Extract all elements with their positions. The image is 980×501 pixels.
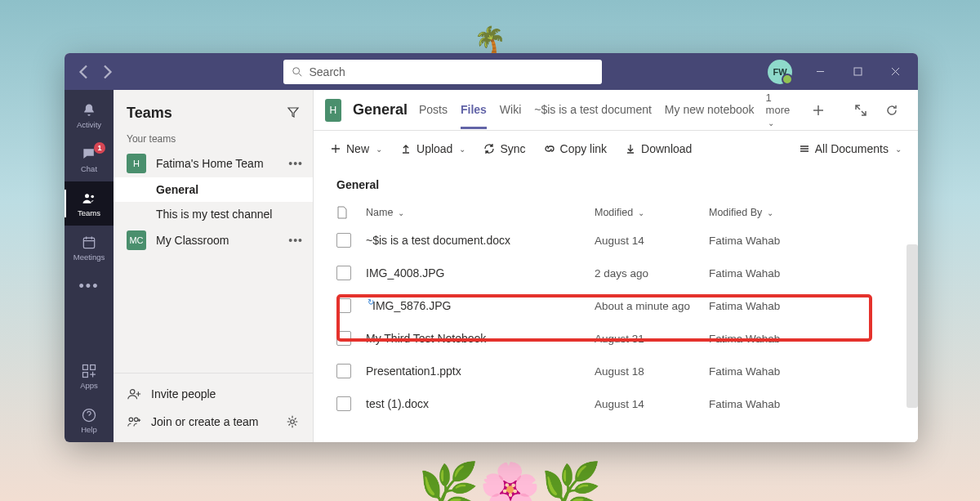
team-row-fatima-home[interactable]: H Fatima's Home Team •••: [114, 150, 313, 177]
svg-point-2: [85, 194, 89, 198]
file-modified: August 14: [595, 235, 709, 247]
file-row[interactable]: IMG_4008.JPG2 days agoFatima Wahab: [314, 257, 918, 289]
tab-wiki[interactable]: Wiki: [500, 103, 521, 118]
file-modified: August 31: [595, 333, 709, 345]
breadcrumb[interactable]: General: [314, 178, 918, 201]
svg-point-11: [134, 418, 138, 422]
column-modified-by[interactable]: Modified By ⌄: [709, 206, 918, 219]
window-minimize-button[interactable]: [804, 60, 836, 84]
nav-forward-button[interactable]: [97, 62, 117, 82]
window-maximize-button[interactable]: [841, 60, 874, 84]
file-row[interactable]: My Third Test NotebookAugust 31Fatima Wa…: [314, 322, 918, 355]
file-name: IMG_4008.JPG: [366, 266, 595, 280]
file-modified: August 18: [595, 365, 709, 378]
svg-rect-6: [91, 365, 96, 369]
svg-rect-7: [83, 372, 88, 377]
rail-help[interactable]: Help: [65, 398, 114, 442]
rail-label: Meetings: [74, 253, 105, 262]
gear-icon[interactable]: [285, 414, 300, 429]
teams-icon: [81, 190, 97, 207]
invite-icon: [127, 387, 141, 401]
scrollbar[interactable]: [906, 244, 918, 408]
file-modified: 2 days ago: [595, 267, 709, 280]
file-row[interactable]: ~$is is a test document.docxAugust 14Fat…: [314, 224, 918, 257]
expand-icon[interactable]: [851, 101, 871, 120]
join-create-team-button[interactable]: Join or create a team: [114, 408, 313, 436]
filter-icon[interactable]: [287, 105, 300, 122]
new-button[interactable]: New⌄: [330, 142, 382, 155]
tab-notebook[interactable]: My new notebook: [665, 103, 755, 118]
file-type-icon: [336, 233, 351, 248]
sync-button[interactable]: Sync: [483, 142, 525, 155]
rail-meetings[interactable]: Meetings: [65, 226, 114, 270]
rail-label: Apps: [80, 381, 98, 390]
svg-point-9: [131, 390, 135, 394]
background-palm: 🌴: [474, 25, 506, 56]
channel-header: H General Posts Files Wiki ~$is is a tes…: [314, 90, 918, 131]
file-modified: About a minute ago: [595, 300, 709, 312]
rail-more[interactable]: •••: [79, 270, 100, 303]
channel-general[interactable]: General: [114, 177, 313, 202]
rail-activity[interactable]: Activity: [65, 93, 114, 137]
background-foliage: 🌿🌸🌿: [418, 459, 602, 501]
team-more-icon[interactable]: •••: [288, 234, 303, 247]
column-name[interactable]: Name ⌄: [366, 206, 595, 219]
rail-teams[interactable]: Teams: [65, 181, 114, 226]
tabs-more[interactable]: 1 more ⌄: [766, 92, 797, 128]
view-selector[interactable]: All Documents⌄: [799, 142, 902, 155]
file-modified-by: Fatima Wahab: [709, 300, 918, 312]
file-type-icon: [336, 396, 351, 411]
search-input[interactable]: Search: [283, 60, 602, 84]
add-tab-button[interactable]: [808, 101, 828, 120]
file-name: My Third Test Notebook: [366, 332, 595, 345]
teams-panel: Teams Your teams H Fatima's Home Team ••…: [114, 90, 314, 442]
user-avatar[interactable]: FW: [768, 60, 792, 84]
file-modified: August 14: [595, 398, 709, 410]
nav-back-button[interactable]: [74, 62, 94, 82]
file-modified-by: Fatima Wahab: [709, 333, 918, 345]
svg-point-3: [91, 195, 94, 198]
search-placeholder: Search: [310, 65, 345, 78]
invite-people-button[interactable]: Invite people: [114, 380, 313, 408]
rail-chat[interactable]: 1 Chat: [65, 137, 114, 181]
tab-files[interactable]: Files: [461, 103, 487, 129]
channel-title: General: [353, 101, 408, 119]
titlebar: Search FW: [65, 53, 918, 90]
teams-window: Search FW Activity 1 Chat Teams: [65, 53, 918, 442]
copy-link-button[interactable]: Copy link: [544, 142, 608, 155]
bell-icon: [81, 102, 97, 119]
app-rail: Activity 1 Chat Teams Meetings ••• Apps: [65, 90, 114, 442]
rail-label: Help: [81, 425, 97, 434]
invite-label: Invite people: [151, 387, 216, 400]
tab-test-doc[interactable]: ~$is is a test document: [534, 103, 652, 118]
download-button[interactable]: Download: [625, 142, 692, 155]
team-avatar: H: [127, 154, 146, 173]
team-name: Fatima's Home Team: [156, 157, 264, 170]
team-row-my-classroom[interactable]: MC My Classroom •••: [114, 226, 313, 254]
upload-button[interactable]: Upload⌄: [400, 142, 466, 155]
refresh-icon[interactable]: [882, 101, 902, 120]
join-label: Join or create a team: [151, 415, 259, 428]
file-row[interactable]: Presentation1.pptxAugust 18Fatima Wahab: [314, 355, 918, 387]
help-icon: [81, 407, 97, 423]
rail-apps[interactable]: Apps: [65, 354, 114, 398]
tab-posts[interactable]: Posts: [419, 103, 448, 118]
channel-test[interactable]: This is my test channel: [114, 202, 313, 226]
window-close-button[interactable]: [879, 60, 911, 84]
join-icon: [127, 414, 141, 429]
your-teams-heading: Your teams: [114, 133, 313, 150]
apps-icon: [81, 363, 97, 379]
channel-avatar: H: [325, 99, 341, 122]
file-type-icon: [336, 298, 351, 313]
chat-badge: 1: [94, 142, 105, 154]
file-row[interactable]: ↻IMG_5876.JPGAbout a minute agoFatima Wa…: [314, 289, 918, 322]
file-name: test (1).docx: [366, 397, 595, 410]
team-more-icon[interactable]: •••: [288, 157, 303, 170]
column-modified[interactable]: Modified ⌄: [595, 206, 709, 219]
svg-rect-1: [854, 68, 862, 75]
main-area: H General Posts Files Wiki ~$is is a tes…: [314, 90, 918, 442]
file-icon: [336, 206, 348, 219]
svg-point-0: [292, 67, 299, 74]
rail-label: Teams: [78, 208, 100, 217]
file-row[interactable]: test (1).docxAugust 14Fatima Wahab: [314, 387, 918, 420]
